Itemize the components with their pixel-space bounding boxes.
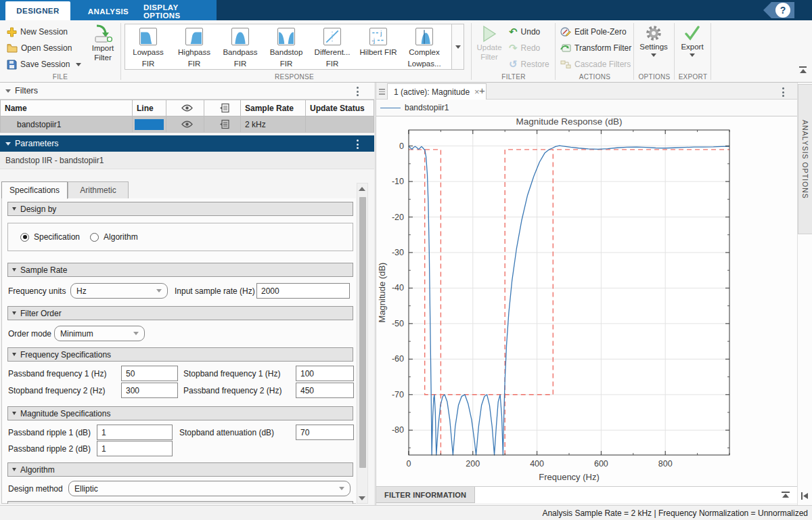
design-method-select[interactable]: Elliptic bbox=[68, 481, 351, 496]
response-item-complex-lowpass[interactable]: Complex Lowpas... bbox=[401, 24, 447, 69]
parameters-menu-button[interactable] bbox=[357, 139, 359, 149]
gallery-caret-icon bbox=[455, 45, 461, 49]
scrollbar-thumb[interactable] bbox=[359, 197, 366, 468]
order-mode-select[interactable]: Minimum bbox=[54, 326, 145, 341]
transform-filter-button[interactable]: Transform Filter bbox=[560, 41, 631, 55]
parameters-scrollbar[interactable] bbox=[357, 183, 368, 504]
section-filter-order-title: Filter Order bbox=[20, 309, 62, 318]
tab-display-options[interactable]: DISPLAY OPTIONS bbox=[143, 2, 217, 20]
radio-algorithm[interactable] bbox=[90, 233, 99, 242]
settings-button[interactable]: Settings bbox=[636, 24, 671, 57]
import-filter-button[interactable]: Import Filter bbox=[87, 24, 119, 62]
filter-info-cell[interactable] bbox=[204, 116, 241, 133]
filters-panel-title: Filters bbox=[15, 86, 38, 95]
passband-ripple1-label: Passband ripple 1 (dB) bbox=[8, 425, 91, 440]
filter-row-bandstopiir1[interactable]: bandstopiir1 2 kHz bbox=[0, 116, 374, 133]
undo-button[interactable]: ↶ Undo bbox=[509, 25, 540, 39]
restore-button[interactable]: ↺ Restore bbox=[509, 58, 549, 71]
filters-menu-button[interactable] bbox=[357, 87, 359, 96]
edit-pole-zero-label: Edit Pole-Zero bbox=[574, 27, 627, 37]
radio-algorithm-label: Algorithm bbox=[104, 232, 138, 242]
open-session-button[interactable]: Open Session bbox=[7, 41, 72, 55]
update-filter-button[interactable]: Update Filter bbox=[474, 25, 505, 62]
response-item-highpass-fir[interactable]: Highpass FIR bbox=[171, 24, 217, 69]
tab-specifications[interactable]: Specifications bbox=[1, 181, 68, 199]
tab-grip-icon[interactable] bbox=[379, 87, 385, 96]
ribbon-divider bbox=[674, 23, 675, 80]
section-magnitude-specs-title: Magnitude Specifications bbox=[20, 409, 110, 418]
response-item-bandpass-fir[interactable]: Bandpass FIR bbox=[217, 24, 263, 69]
magnitude-response-plot[interactable]: 02004006008000-10-20-30-40-50-60-70-80Ma… bbox=[376, 116, 797, 486]
passband-freq2-label: Passband frequency 2 (Hz) bbox=[183, 383, 281, 398]
edit-pole-zero-button[interactable]: Edit Pole-Zero bbox=[560, 25, 627, 39]
svg-text:800: 800 bbox=[658, 459, 673, 469]
tab-specifications-label: Specifications bbox=[9, 186, 60, 195]
passband-ripple1-field[interactable]: 1 bbox=[97, 425, 173, 440]
col-sample-rate[interactable]: Sample Rate bbox=[241, 100, 306, 116]
save-session-button[interactable]: Save Session bbox=[7, 58, 81, 71]
section-sample-rate[interactable]: Sample Rate bbox=[7, 263, 353, 277]
help-button[interactable]: ? bbox=[775, 3, 790, 18]
stopband-freq2-field[interactable]: 300 bbox=[121, 383, 178, 398]
filter-update-status-cell[interactable] bbox=[306, 116, 374, 133]
section-frequency-specs[interactable]: Frequency Specifications bbox=[7, 347, 353, 362]
col-visibility[interactable] bbox=[166, 100, 204, 116]
new-session-button[interactable]: New Session bbox=[7, 25, 68, 39]
response-item-lowpass-fir[interactable]: Lowpass FIR bbox=[125, 24, 171, 69]
response-item-bandstop-fir[interactable]: Bandstop FIR bbox=[263, 24, 309, 69]
response-item-hilbert-fir[interactable]: j -j Hilbert FIR bbox=[355, 24, 401, 69]
scroll-up-icon[interactable] bbox=[359, 187, 365, 191]
filter-line-cell[interactable] bbox=[133, 116, 166, 133]
filter-name-cell[interactable]: bandstopiir1 bbox=[0, 116, 133, 133]
expand-panel-icon[interactable] bbox=[800, 492, 809, 500]
analysis-options-tab[interactable]: ANALYSIS OPTIONS bbox=[798, 84, 812, 234]
stopband-attenuation-field[interactable]: 70 bbox=[296, 425, 354, 440]
collapse-ribbon-button[interactable] bbox=[799, 66, 807, 73]
svg-text:j: j bbox=[380, 30, 382, 37]
passband-freq2-field[interactable]: 450 bbox=[296, 383, 354, 398]
plot-menu-button[interactable] bbox=[782, 87, 784, 97]
frequency-units-select[interactable]: Hz bbox=[70, 283, 168, 299]
passband-ripple2-field[interactable]: 1 bbox=[97, 441, 173, 456]
input-sample-rate-field[interactable]: 2000 bbox=[256, 283, 350, 299]
tab-arithmetic[interactable]: Arithmetic bbox=[68, 181, 129, 199]
response-label: Highpass bbox=[178, 47, 210, 57]
response-item-differentiator-fir[interactable]: Different... FIR bbox=[309, 24, 355, 69]
section-design-by[interactable]: Design by bbox=[7, 202, 353, 216]
parameters-collapse-icon[interactable] bbox=[5, 142, 11, 146]
tab-analysis-label: ANALYSIS bbox=[88, 7, 129, 16]
new-tab-button[interactable]: + bbox=[479, 85, 485, 96]
col-line[interactable]: Line bbox=[133, 100, 166, 116]
filter-information-tab[interactable]: FILTER INFORMATION bbox=[376, 487, 475, 503]
differentiator-fir-icon bbox=[323, 28, 341, 45]
tab-designer[interactable]: DESIGNER bbox=[5, 1, 70, 20]
passband-freq1-field[interactable]: 50 bbox=[121, 366, 178, 381]
plot-tab-bar: 1 (active): Magnitude × + bbox=[376, 83, 797, 100]
stopband-freq1-field[interactable]: 100 bbox=[296, 366, 354, 381]
legend-label: bandstopiir1 bbox=[405, 103, 449, 112]
col-info[interactable] bbox=[204, 100, 241, 116]
tab-analysis[interactable]: ANALYSIS bbox=[74, 2, 142, 20]
col-update-status[interactable]: Update Status bbox=[306, 100, 374, 116]
radio-specification[interactable] bbox=[20, 233, 29, 242]
stopband-freq2-label: Stopband frequency 2 (Hz) bbox=[8, 383, 105, 398]
section-filter-order[interactable]: Filter Order bbox=[7, 306, 353, 320]
restore-icon: ↺ bbox=[509, 60, 518, 69]
line-color-swatch[interactable] bbox=[135, 119, 164, 130]
filter-sample-rate-cell[interactable]: 2 kHz bbox=[241, 116, 306, 133]
new-session-label: New Session bbox=[20, 27, 68, 37]
plot-document-tab[interactable]: 1 (active): Magnitude × bbox=[387, 83, 487, 100]
section-algorithm[interactable]: Algorithm bbox=[7, 462, 353, 477]
collapse-info-icon[interactable] bbox=[781, 491, 790, 500]
response-gallery-expand-button[interactable] bbox=[452, 24, 464, 70]
col-name[interactable]: Name bbox=[0, 100, 133, 116]
filter-visibility-cell[interactable] bbox=[166, 116, 204, 133]
redo-button[interactable]: ↷ Redo bbox=[509, 41, 540, 55]
scroll-down-icon[interactable] bbox=[359, 496, 365, 500]
filters-collapse-icon[interactable] bbox=[5, 89, 11, 93]
section-magnitude-specs[interactable]: Magnitude Specifications bbox=[7, 406, 353, 420]
cascade-filters-button[interactable]: Cascade Filters bbox=[560, 58, 631, 71]
input-sample-rate-label: Input sample rate (Hz) bbox=[175, 283, 255, 299]
export-button[interactable]: Export bbox=[676, 24, 708, 57]
response-label: Bandstop bbox=[270, 47, 303, 57]
